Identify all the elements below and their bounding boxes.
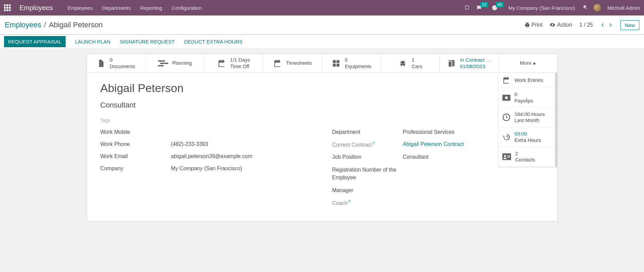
stat-bar: 0Documents Planning 1/1 DaysTime Off Tim… (87, 54, 557, 73)
menu-employees[interactable]: Employees (68, 5, 93, 11)
new-button[interactable]: New (620, 20, 639, 30)
dd-contacts[interactable]: 2Contacts (498, 147, 557, 167)
book-icon (447, 59, 456, 68)
print-icon (525, 22, 530, 28)
boxes-icon (331, 59, 341, 68)
document-icon (97, 59, 106, 68)
menu-configuration[interactable]: Configuration (172, 5, 202, 11)
stat-planning[interactable]: Planning (146, 54, 205, 72)
employee-title[interactable]: Consultant (100, 101, 544, 110)
top-navbar: Employees Employees Departments Reportin… (0, 0, 644, 16)
deduct-extra-hours-button[interactable]: DEDUCT EXTRA HOURS (184, 39, 243, 44)
contract-label: Current Contract? (332, 141, 403, 148)
menu-departments[interactable]: Departments (102, 5, 131, 11)
control-bar: Employees / Abigail Peterson Print Actio… (0, 16, 644, 35)
work-email-value[interactable]: abigail.peterson39@example.com (171, 153, 252, 159)
apps-icon[interactable] (4, 4, 11, 11)
svg-rect-0 (158, 60, 165, 62)
request-appraisal-button[interactable]: REQUEST APPRAISAL (4, 36, 66, 47)
breadcrumb-root[interactable]: Employees (5, 21, 41, 29)
stat-cars[interactable]: 1Cars (381, 54, 440, 72)
regnum-label: Registration Number of the Employee (332, 166, 403, 181)
launch-plan-button[interactable]: LAUNCH PLAN (75, 39, 110, 44)
history-icon (502, 133, 510, 141)
stat-timesheets[interactable]: Timesheets (263, 54, 322, 72)
form-sheet: 0Documents Planning 1/1 DaysTime Off Tim… (86, 54, 558, 221)
svg-point-7 (504, 155, 506, 157)
company-selector[interactable]: My Company (San Francisco) (508, 5, 575, 11)
help-icon[interactable]: ? (348, 200, 350, 204)
activities-button[interactable]: 45 (492, 5, 498, 11)
more-dropdown: Work Entries 0Payslips 184:00 HoursLast … (498, 73, 557, 167)
menu-reporting[interactable]: Reporting (140, 5, 162, 11)
phone-icon[interactable] (464, 5, 470, 11)
messages-badge: 22 (480, 2, 488, 7)
breadcrumb: Employees / Abigail Peterson (5, 21, 103, 29)
user-name[interactable]: Mitchell Admin (607, 5, 640, 11)
messages-button[interactable]: 22 (476, 5, 482, 11)
gear-icon (550, 22, 555, 28)
contract-value[interactable]: Abigail Peterson Contract (403, 141, 464, 148)
dd-work-entries[interactable]: Work Entries (498, 73, 557, 88)
position-label: Job Position (332, 154, 403, 160)
calendar-icon (502, 76, 510, 84)
svg-rect-1 (160, 63, 168, 64)
work-email-label: Work Email (100, 153, 171, 159)
company-label: Company (100, 165, 171, 172)
dd-payslips[interactable]: 0Payslips (498, 88, 557, 108)
employee-name[interactable]: Abigail Peterson (100, 82, 544, 95)
top-menu: Employees Departments Reporting Configur… (68, 5, 202, 11)
svg-rect-8 (507, 155, 510, 156)
activities-badge: 45 (496, 2, 504, 7)
manager-label: Manager (332, 187, 403, 193)
stat-documents[interactable]: 0Documents (87, 54, 146, 72)
work-phone-label: Work Phone (100, 141, 171, 147)
company-value[interactable]: My Company (San Francisco) (171, 165, 242, 172)
tags-field[interactable]: Tags (100, 118, 544, 123)
calendar-icon (217, 59, 226, 68)
avatar[interactable] (593, 4, 601, 12)
chevron-left-icon[interactable] (600, 23, 605, 27)
left-column: Work Mobile Work Phone (482)-233-3393 Wo… (100, 129, 312, 212)
help-icon[interactable]: ? (372, 141, 374, 145)
form-body: Abigail Peterson Consultant Tags Work Mo… (87, 73, 557, 221)
action-button[interactable]: Action (550, 22, 572, 28)
svg-point-4 (505, 96, 508, 99)
department-label: Department (332, 129, 403, 135)
signature-request-button[interactable]: SIGNATURE REQUEST (120, 39, 175, 44)
stat-contract[interactable]: In Contract …01/08/2023 (440, 54, 499, 72)
chevron-right-icon[interactable] (608, 23, 613, 27)
clock-icon (502, 113, 510, 121)
stat-timeoff[interactable]: 1/1 DaysTime Off (205, 54, 263, 72)
dd-extra-hours[interactable]: 03:00Extra Hours (498, 127, 557, 147)
dd-last-month[interactable]: 184:00 HoursLast Month (498, 108, 557, 128)
breadcrumb-current: Abigail Peterson (49, 21, 103, 29)
pager[interactable]: 1 / 25 (579, 22, 593, 28)
coach-label: Coach? (332, 200, 403, 206)
department-value[interactable]: Professional Services (403, 129, 455, 135)
print-button[interactable]: Print (525, 22, 543, 28)
caret-up-icon (533, 62, 536, 64)
work-mobile-label: Work Mobile (100, 129, 171, 135)
work-phone-value[interactable]: (482)-233-3393 (171, 141, 208, 147)
app-title: Employees (20, 4, 53, 12)
money-icon (502, 95, 510, 101)
position-value[interactable]: Consultant (403, 154, 429, 160)
svg-rect-9 (507, 157, 510, 157)
contact-icon (502, 153, 511, 160)
car-icon (398, 59, 407, 67)
debug-icon[interactable] (581, 5, 587, 11)
action-bar: REQUEST APPRAISAL LAUNCH PLAN SIGNATURE … (0, 35, 644, 48)
svg-rect-2 (158, 65, 164, 66)
planning-icon (158, 60, 168, 67)
calendar-icon (273, 59, 282, 68)
stat-equipments[interactable]: 0Equipments (322, 54, 381, 72)
stat-more[interactable]: More (499, 54, 557, 72)
